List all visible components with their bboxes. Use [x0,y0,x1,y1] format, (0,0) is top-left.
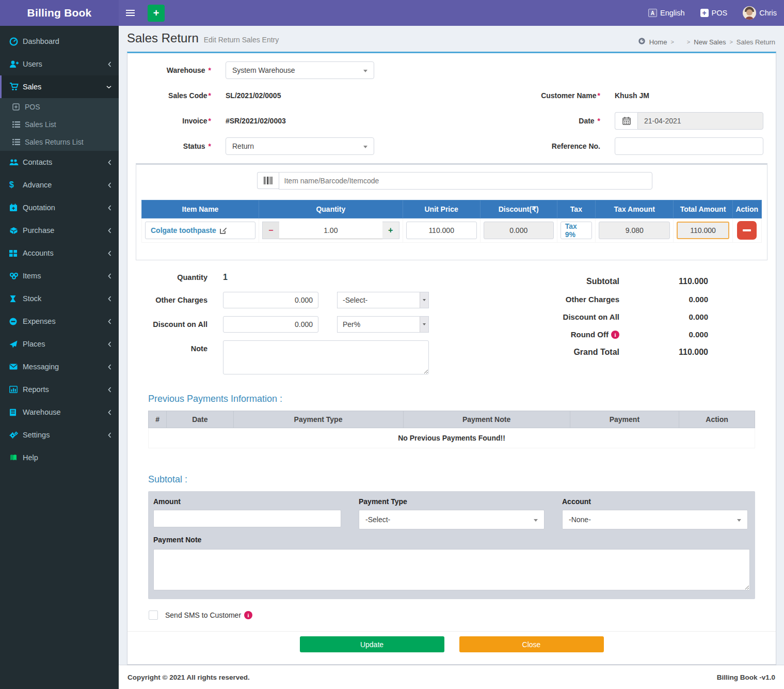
language-menu[interactable]: A English [648,9,685,17]
send-sms-checkbox[interactable] [149,610,158,620]
paper-plane-icon [9,340,23,348]
user-menu[interactable]: Chris [743,6,777,20]
tax-link[interactable]: Tax 9% [561,222,592,239]
other-charges-input[interactable] [223,292,318,308]
info-icon[interactable]: i [611,331,619,339]
amount-label: Amount [153,497,341,506]
breadcrumb-new-sales[interactable]: New Sales [694,38,726,46]
sidebar-item-advance[interactable]: $ Advance [0,174,119,196]
breadcrumb-separator: > [687,39,690,45]
pp-col-payment-note: Payment Note [403,411,570,428]
payment-type-select[interactable]: -Select- [359,510,545,529]
sidebar-item-settings[interactable]: Settings [0,424,119,446]
amount-input[interactable] [153,510,341,527]
sidebar-item-reports[interactable]: Reports [0,378,119,401]
other-charges-select[interactable]: -Select- [337,292,429,308]
sidebar-subitem-label: Sales Returns List [25,138,119,146]
sidebar-item-accounts[interactable]: Accounts [0,242,119,264]
quick-add-button[interactable]: + [148,5,165,22]
info-icon[interactable]: i [244,611,252,619]
sidebar-item-purchase[interactable]: Purchase [0,219,119,242]
sidebar-subitem-sales-returns-list[interactable]: Sales Returns List [0,133,119,151]
sidebar-item-items[interactable]: Items [0,264,119,287]
sidebar-item-warehouse[interactable]: Warehouse [0,401,119,424]
envelope-icon [9,364,23,370]
hamburger-menu-icon[interactable] [126,0,141,26]
sidebar-item-places[interactable]: Places [0,333,119,355]
warehouse-select[interactable]: System Warehouse [226,61,374,79]
sidebar-item-sales[interactable]: Sales [0,75,119,98]
breadcrumb-home[interactable]: Home [649,38,667,46]
col-tax: Tax [557,200,595,218]
date-field[interactable] [637,112,763,130]
close-button[interactable]: Close [459,636,604,652]
discount-type-select[interactable]: Per% [337,316,429,333]
col-item-name: Item Name [142,200,259,218]
remove-item-button[interactable] [737,221,757,240]
status-label: Status * [127,142,226,150]
sidebar-item-label: Advance [23,181,106,189]
account-select[interactable]: -None- [562,510,748,529]
item-search-input[interactable] [279,172,652,190]
items-icon [9,272,23,279]
minus-circle-icon [9,318,23,325]
discount-total-label: Discount on All [563,312,619,321]
other-charges-total-value: 0.000 [619,295,708,304]
round-off-value: 0.000 [619,330,708,339]
edit-icon [220,227,227,234]
sidebar-item-label: Stock [23,294,106,303]
sidebar-item-label: Warehouse [23,408,106,416]
send-sms-label: Send SMS to Customer [165,611,241,619]
sidebar-item-expenses[interactable]: Expenses [0,310,119,333]
chevron-down-icon [363,70,367,72]
payment-note-textarea[interactable] [153,549,750,590]
chevron-left-icon [106,228,111,233]
item-row: Colgate toothpaste − [142,218,762,243]
chevron-down-icon [420,317,428,332]
col-unit-price: Unit Price [403,200,480,218]
sidebar-item-stock[interactable]: Stock [0,287,119,310]
sidebar-item-users[interactable]: Users [0,53,119,75]
other-charges-label: Other Charges [127,296,223,304]
plus-square-icon: + [700,9,709,17]
minus-icon [743,229,751,231]
col-action: Action [732,200,761,218]
copyright-text: Copyright © 2021 All rights reserved. [127,674,717,681]
note-textarea[interactable] [223,340,429,374]
sales-code-label: Sales Code* [127,91,226,100]
page-title: Sales Return [127,31,199,45]
quantity-input[interactable] [279,222,382,239]
sidebar-item-messaging[interactable]: Messaging [0,355,119,378]
sidebar-item-label: Messaging [23,363,106,371]
reference-no-field[interactable] [615,137,763,155]
item-name-link[interactable]: Colgate toothpaste [145,222,255,239]
payment-note-label: Payment Note [153,536,750,544]
sidebar-item-help[interactable]: Help [0,446,119,469]
sidebar-item-label: Items [23,272,106,280]
quantity-increase-button[interactable]: + [382,222,399,239]
pos-shortcut[interactable]: + POS [700,9,728,17]
sidebar-item-quotation[interactable]: Quotation [0,196,119,219]
sidebar-item-contacts[interactable]: Contacts [0,151,119,174]
previous-payments-heading: Previous Payments Information : [148,394,776,404]
gears-icon [9,431,23,439]
sidebar-subitem-label: Sales List [25,120,119,129]
chevron-left-icon [106,364,111,370]
sidebar-item-dashboard[interactable]: Dashboard [0,30,119,53]
discount-on-all-input[interactable] [223,316,318,333]
dashboard-icon [9,37,23,46]
note-label: Note [127,340,223,353]
hourglass-icon [9,295,23,303]
status-select[interactable]: Return [226,137,374,155]
update-button[interactable]: Update [300,636,444,652]
quantity-decrease-button[interactable]: − [262,222,279,239]
previous-payments-table: # Date Payment Type Payment Note Payment… [148,411,755,448]
sidebar-subitem-pos[interactable]: POS [0,98,119,116]
sidebar-item-label: Purchase [23,226,106,234]
unit-price-input[interactable] [406,222,477,239]
brand-logo[interactable]: Billing Book [0,0,119,26]
language-icon: A [648,9,657,17]
discount-total-value: 0.000 [619,312,708,321]
version-text: Billing Book -v1.0 [717,674,775,681]
sidebar-subitem-sales-list[interactable]: Sales List [0,116,119,133]
